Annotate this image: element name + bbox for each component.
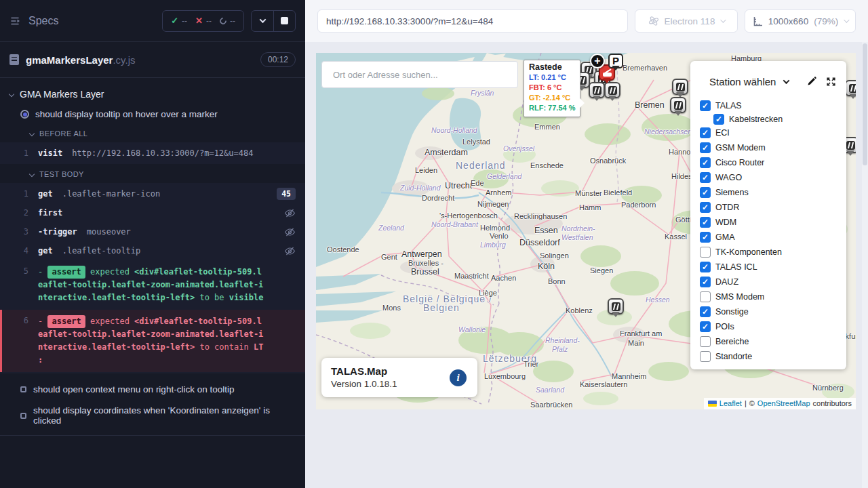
checkbox[interactable]: ✓ [700,262,711,272]
station-marker[interactable] [608,298,624,314]
station-item[interactable]: ✓Siemens [700,185,846,200]
station-item[interactable]: ✓TALAS ICL [700,260,846,274]
checkbox[interactable]: ✓ [700,157,711,168]
command-get-tooltip[interactable]: 4 get .leaflet-tooltip [0,241,305,260]
reporter-header: Specs ✓-- ✕-- -- [0,0,305,42]
suite-row[interactable]: GMA Markers Layer [0,82,305,105]
hook-before-all[interactable]: BEFORE ALL [0,123,305,142]
active-test-row[interactable]: should display tooltip on hover over a m… [0,105,305,123]
map-label: Nijmegen [477,200,509,208]
station-label: Siemens [715,188,749,197]
plus-marker[interactable]: + [590,54,605,68]
stat-pending[interactable]: -- [220,16,235,26]
station-label: GSM Modem [715,143,766,152]
station-item[interactable]: ✓POIs [700,319,846,334]
assert-passed[interactable]: 5 - assert expected <div#leaflet-tooltip… [0,260,305,310]
osm-link[interactable]: OpenStreetMap [757,399,810,407]
station-item[interactable]: Bereiche [700,334,846,349]
station-item[interactable]: ✓Cisco Router [700,155,846,170]
command-visit[interactable]: 1 visit http://192.168.10.33:3000/?m=12&… [0,144,305,163]
hook-test-body[interactable]: TEST BODY [0,164,305,183]
checkbox[interactable]: ✓ [700,277,711,287]
checkbox[interactable] [700,291,711,302]
pending-icon [218,16,228,25]
stop-button[interactable] [273,11,295,31]
checkbox[interactable]: ✓ [700,100,711,111]
checkbox[interactable]: ✓ [700,321,711,332]
map-label: Zeeland [378,224,404,232]
command-first[interactable]: 2 first [0,203,305,222]
pending-test-row[interactable]: should open context menu on right-click … [0,379,305,400]
chevron-down-icon[interactable] [783,77,790,84]
command-get[interactable]: 1 get .leaflet-marker-icon 45 [0,184,305,203]
checkbox[interactable] [700,336,711,347]
map-label: Bruxelles - [408,259,443,267]
checkbox[interactable]: ✓ [700,202,711,213]
station-item[interactable]: ✓OTDR [700,200,846,215]
hidden-element-icon [284,209,296,218]
browser-selector[interactable]: Electron 118 [635,9,738,33]
parking-marker[interactable]: P [608,54,623,68]
collapse-button[interactable] [252,11,273,31]
checkbox[interactable] [700,247,711,258]
station-item[interactable]: ✓DAUZ [700,274,846,289]
station-item[interactable]: TK-Komponenten [700,245,846,260]
checkbox[interactable]: ✓ [700,172,711,183]
station-item[interactable]: SMS Modem [700,289,846,304]
leaflet-link[interactable]: Leaflet [719,399,742,407]
checkbox[interactable]: ✓ [700,232,711,243]
checkbox[interactable]: ✓ [700,306,711,317]
checkbox[interactable] [700,351,711,362]
spec-row[interactable]: gmaMarkersLayer.cy.js 00:12 [0,42,305,78]
map-label: Köln [538,262,555,271]
specs-list-icon[interactable] [9,15,22,27]
map-canvas[interactable]: HamburgBremerhavenBremenNiedersachsenHan… [316,53,856,409]
command-trigger[interactable]: 3 -trigger mouseover [0,222,305,241]
info-icon[interactable]: i [450,369,467,386]
station-select[interactable]: Station wählen [709,76,776,87]
spec-file-icon [9,54,19,65]
aut-topbar: Electron 118 1000x660 (79%) [305,0,868,42]
pending-test-row[interactable]: should display coordinates when 'Koordin… [0,400,305,431]
viewport-selector[interactable]: 1000x660 (79%) [745,9,856,33]
failed-icon: ✕ [195,16,203,26]
assert-failed[interactable]: 6 - assert expected <div#leaflet-tooltip… [0,310,305,372]
station-item[interactable]: ✓ECI [700,125,846,140]
chevron-down-icon [29,171,35,177]
map-label: Bielefeld [604,188,632,197]
checkbox[interactable]: ✓ [700,187,711,198]
station-label: TALAS [715,101,742,110]
station-item[interactable]: ✓Sonstige [700,304,846,319]
expand-icon[interactable] [825,76,837,87]
scrollbar-thumb[interactable] [863,43,867,165]
station-item[interactable]: Standorte [700,349,846,364]
station-item[interactable]: ✓GSM Modem [700,140,846,155]
chevron-down-icon [259,16,266,23]
station-item[interactable]: ✓WDM [700,215,846,230]
stat-failed[interactable]: ✕-- [195,16,212,26]
run-stats[interactable]: ✓-- ✕-- -- [162,10,244,32]
assert-message: - assert expected <div#leaflet-tooltip-5… [38,266,266,304]
url-input[interactable] [317,9,628,33]
stat-passed[interactable]: ✓-- [171,16,187,26]
scrollbar[interactable] [862,42,868,488]
station-marker[interactable] [672,79,688,95]
station-item[interactable]: ✓WAGO [700,170,846,185]
station-item[interactable]: ✓TALAS [700,98,846,113]
edit-pencil-icon[interactable] [806,76,817,87]
chevron-down-icon [721,17,726,22]
station-marker[interactable] [845,80,856,96]
station-item[interactable]: ✓GMA [700,230,846,245]
station-marker[interactable] [670,97,686,113]
spec-duration: 00:12 [260,52,296,67]
station-label: SMS Modem [715,292,764,302]
checkbox[interactable]: ✓ [713,114,724,125]
checkbox[interactable]: ✓ [700,217,711,228]
checkbox[interactable]: ✓ [700,127,711,138]
station-item[interactable]: ✓Kabelstrecken [700,113,846,125]
checkbox[interactable]: ✓ [700,142,711,153]
run-controls [251,10,296,32]
command-block-body: 1 get .leaflet-marker-icon 45 2 first 3 … [0,183,305,373]
marker-tooltip[interactable]: Rastede LT: 0.21 °CFBT: 6 °CGT: -2.14 °C… [524,60,580,117]
search-input[interactable] [321,61,518,88]
